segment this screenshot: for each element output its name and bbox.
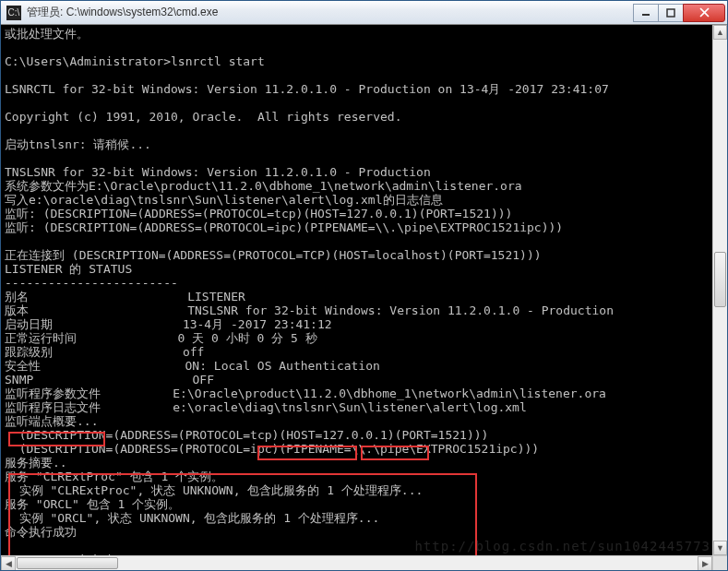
console-area: 或批处理文件。 C:\Users\Administrator>lsnrctl s… xyxy=(1,25,727,570)
close-button[interactable] xyxy=(683,4,725,22)
maximize-button[interactable] xyxy=(658,4,684,22)
vscroll-track[interactable] xyxy=(713,40,727,541)
hscroll-thumb[interactable] xyxy=(17,557,118,569)
vertical-scrollbar[interactable]: ▲ ▼ xyxy=(712,25,727,555)
window-title: 管理员: C:\windows\system32\cmd.exe xyxy=(27,5,634,20)
horizontal-scrollbar[interactable]: ◀ ▶ xyxy=(1,555,712,570)
console-output[interactable]: 或批处理文件。 C:\Users\Administrator>lsnrctl s… xyxy=(1,25,712,555)
titlebar[interactable]: C:\ 管理员: C:\windows\system32\cmd.exe xyxy=(1,1,727,25)
scroll-left-arrow[interactable]: ◀ xyxy=(1,556,16,570)
minimize-button[interactable] xyxy=(633,4,659,22)
scroll-down-arrow[interactable]: ▼ xyxy=(713,541,727,555)
window-buttons xyxy=(634,4,725,22)
scrollbar-corner xyxy=(712,555,727,570)
cmd-window: C:\ 管理员: C:\windows\system32\cmd.exe 或批处… xyxy=(0,0,728,571)
scroll-up-arrow[interactable]: ▲ xyxy=(713,25,727,40)
watermark-text: http://blog.csdn.net/sun1042445773 xyxy=(414,539,710,553)
app-icon: C:\ xyxy=(6,6,21,20)
svg-rect-1 xyxy=(667,9,674,17)
vscroll-thumb[interactable] xyxy=(714,252,726,307)
scroll-right-arrow[interactable]: ▶ xyxy=(698,556,712,570)
